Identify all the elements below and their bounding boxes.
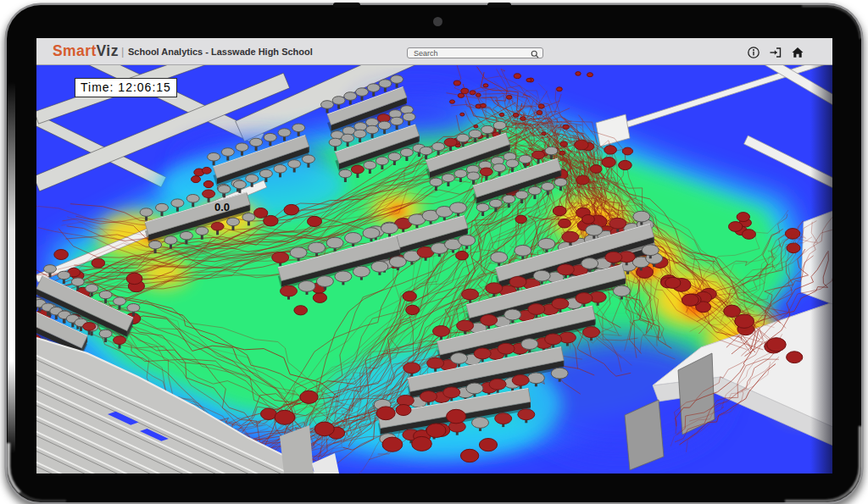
volume-button[interactable] (487, 3, 511, 8)
search-input[interactable]: Search (407, 47, 543, 58)
info-button[interactable] (747, 46, 760, 59)
header-divider: | (121, 45, 124, 58)
screen: SmartViz | School Analytics - Lasswade H… (36, 38, 832, 474)
search-placeholder: Search (414, 49, 438, 58)
bezel-highlight-left (8, 81, 15, 454)
home-button[interactable] (791, 46, 804, 59)
power-button[interactable] (333, 3, 360, 8)
app-header: SmartViz | School Analytics - Lasswade H… (36, 38, 832, 65)
value-label: 0.0 (214, 201, 230, 213)
exit-button[interactable] (769, 46, 782, 59)
time-label: Time: 12:06:15 (75, 78, 177, 97)
camera-icon (433, 17, 442, 26)
page-title: School Analytics - Lasswade High School (128, 47, 313, 57)
bezel-highlight-top-right (802, 5, 861, 39)
search-icon[interactable] (531, 50, 539, 58)
scene-viewport[interactable] (36, 65, 832, 474)
tablet-frame: SmartViz | School Analytics - Lasswade H… (7, 5, 861, 502)
app-logo[interactable]: SmartViz (53, 42, 119, 60)
3d-visualization[interactable] (36, 65, 832, 474)
